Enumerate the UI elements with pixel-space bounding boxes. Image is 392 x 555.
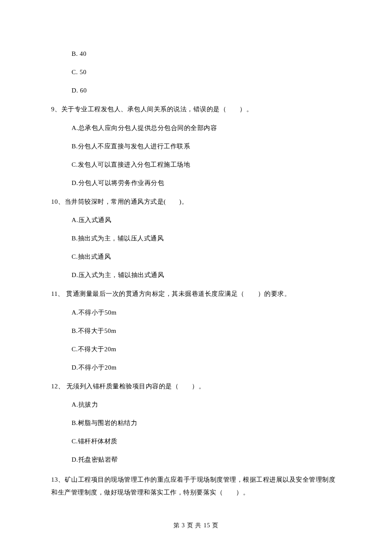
question-9-option-a: A.总承包人应向分包人提供总分包合同的全部内容 [51,123,341,133]
question-13-stem: 13、矿山工程项目的现场管理工作的重点应着手于现场制度管理，根据工程进展以及安全… [51,473,341,499]
question-9-stem: 9、关于专业工程发包人、承包人间关系的说法，错误的是（ ）。 [51,104,341,114]
question-9-option-d: D.分包人可以将劳务作业再分包 [51,178,341,188]
question-11-stem: 11、 贯通测量最后一次的贯通方向标定，其未掘巷道长度应满足（ ）的要求。 [51,289,341,299]
question-12-option-b: B.树脂与围岩的粘结力 [51,418,341,428]
option-d: D. 60 [51,86,341,95]
question-9-option-c: C.发包人可以直接进入分包工程施工场地 [51,160,341,170]
question-12-option-a: A.抗拔力 [51,400,341,410]
question-11-option-b: B.不得大于50m [51,326,341,336]
page-footer: 第 3 页 共 15 页 [0,522,392,529]
question-12-option-d: D.托盘密贴岩帮 [51,455,341,465]
question-10-option-c: C.抽出式通风 [51,252,341,262]
question-11-option-c: C.不得大于20m [51,344,341,354]
question-10-option-d: D.压入式为主，辅以抽出式通风 [51,270,341,280]
question-12-option-c: C.锚杆杆体材质 [51,436,341,446]
question-11-option-a: A.不得小于50m [51,308,341,318]
question-10-stem: 10、当井筒较深时，常用的通风方式是( )。 [51,197,341,207]
option-c: C. 50 [51,67,341,77]
question-10-option-a: A.压入式通风 [51,215,341,225]
question-9-option-b: B.分包人不应直接与发包人进行工作联系 [51,142,341,151]
option-b: B. 40 [51,49,341,59]
question-10-option-b: B.抽出式为主，辅以压人式通风 [51,234,341,243]
question-11-option-d: D.不得小于20m [51,363,341,373]
question-12-stem: 12、 无须列入锚杆质量检验项目内容的是（ ）。 [51,381,341,391]
